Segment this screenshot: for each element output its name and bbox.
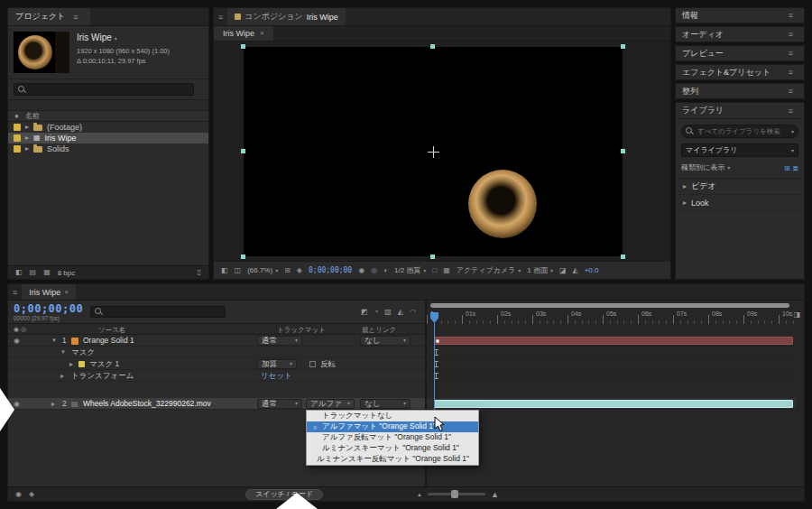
timeline-current-time[interactable]: 0;00;00;00 [14,302,83,315]
layer-row-2[interactable]: ◉ ▸ 2 ▤ Wheels AdobeStock_322990262.mov … [8,398,425,410]
menu-item-no-track-matte[interactable]: トラックマットなし [307,411,478,421]
panel-menu-icon[interactable]: ≡ [784,68,798,77]
mask-path-visibility-icon[interactable]: ◈ [297,267,302,274]
view-layout-dropdown[interactable]: 1 画面 ▾ [527,265,553,275]
tab-project[interactable]: プロジェクト ≡ [8,8,90,25]
layer2-blend-mode-dropdown[interactable]: 通常 ▾ [257,399,302,409]
transform-reset-link[interactable]: リセット [261,370,292,381]
source-name-column-header[interactable]: ソース名 [98,326,125,335]
layer-name[interactable]: Orange Solid 1 [83,335,134,346]
invert-checkbox[interactable] [309,361,316,367]
project-item-footage[interactable]: ▸ (Footage) [8,122,208,133]
panel-preview[interactable]: プレビュー ≡ [675,45,805,61]
anchor-point-icon[interactable] [428,146,439,158]
project-item-solids[interactable]: ▸ Solids [8,143,208,154]
chevron-down-icon[interactable]: ▾ [791,128,794,134]
selection-handle[interactable] [241,255,245,259]
twirl-right-icon[interactable]: ▸ [69,361,73,368]
grid-view-icon[interactable]: ⊞ [784,164,790,172]
interpret-footage-icon[interactable]: ◧ [15,269,23,276]
twirl-right-icon[interactable]: ▸ [683,183,687,190]
layer2-duration-bar[interactable] [434,400,793,408]
new-folder-icon[interactable]: ▤ [30,269,37,276]
resolution-dropdown[interactable]: 1/2 画質 ▾ [394,265,426,275]
project-search-input[interactable] [30,86,189,94]
layer2-track-matte-dropdown[interactable]: アルファ ▾ [306,399,355,409]
delete-trash-icon[interactable]: ▯ [198,269,201,276]
twirl-right-icon[interactable]: ▸ [25,145,29,153]
library-category-look[interactable]: ▸ Look [676,195,804,211]
project-search-field[interactable] [14,83,194,96]
comp-mini-flow-icon[interactable]: ◩ [361,309,368,316]
panel-menu-icon[interactable]: ≡ [784,30,798,39]
selection-handle[interactable] [241,149,245,153]
label-column-icon[interactable]: ● [14,113,19,120]
panel-effects-presets[interactable]: エフェクト&プリセット ≡ [675,64,805,80]
name-column-header[interactable]: 名前 [25,111,40,121]
selection-handle[interactable] [621,44,625,49]
comp-viewer-tab[interactable]: Iris Wipe × [214,26,273,41]
comp-viewport[interactable] [214,42,670,261]
selection-handle[interactable] [621,255,625,259]
panel-menu-icon[interactable]: ≡ [784,49,798,58]
exposure-value[interactable]: +0.0 [585,266,599,274]
mask-group-row[interactable]: ▼ マスク [8,347,425,358]
mask-mode-dropdown[interactable]: 加算 ▾ [257,359,297,369]
ruler-options-icon[interactable]: ◫ [235,267,242,274]
tab-timeline-iris-wipe[interactable]: Iris Wipe × [22,284,76,300]
label-color-chip[interactable] [14,145,21,153]
libraries-header[interactable]: ライブラリ ≡ [676,103,804,119]
twirl-right-icon[interactable]: ▸ [51,401,55,408]
twirl-down-icon[interactable]: ▼ [60,349,66,355]
shy-layers-icon[interactable]: ◔ [374,309,378,316]
menu-item-luma-matte[interactable]: ルミナンスキーマット "Orange Solid 1" [307,443,478,454]
close-icon[interactable]: × [260,30,264,37]
panel-menu-icon[interactable]: ≡ [784,87,798,96]
eye-icon[interactable]: ◉ [14,338,20,345]
mask-1-row[interactable]: ▸ マスク 1 加算 ▾ 反転 [8,358,425,370]
time-navigator-bar[interactable] [430,303,789,308]
mask-name[interactable]: マスク 1 [89,358,119,369]
menu-item-luma-inverted-matte[interactable]: ルミナンスキー反転マット "Orange Solid 1" [307,454,478,465]
list-view-icon[interactable]: ≣ [792,164,798,172]
parent-link-column-header[interactable]: 親とリンク [362,326,396,335]
library-category-video[interactable]: ▸ ビデオ [676,179,804,195]
show-channels-icon[interactable]: ◐ [383,267,388,274]
pixel-aspect-icon[interactable]: ◪ [559,267,567,274]
time-ruler[interactable]: 0s 01s 02s 03s 04s 05s 06s 07s 08s 09s 1… [427,310,797,324]
selection-handle[interactable] [241,44,245,49]
mask-color-chip[interactable] [78,361,85,367]
panel-menu-icon[interactable]: ≡ [784,106,798,116]
twirl-right-icon[interactable]: ▸ [683,199,687,207]
menu-item-alpha-matte[interactable]: ○ アルファマット "Orange Solid 1" [307,421,478,432]
zoom-in-full-icon[interactable]: ▲ [491,490,499,499]
zoom-out-frames-icon[interactable]: ▲ [417,492,422,497]
frame-blend-icon[interactable]: ▧ [384,309,392,316]
motion-blur-icon[interactable]: ◭ [398,309,403,316]
footage-thumbnail[interactable] [14,32,69,73]
twirl-right-icon[interactable]: ▸ [25,134,29,142]
library-select-dropdown[interactable]: マイライブラリ ▾ [681,143,798,157]
close-icon[interactable]: × [64,289,69,296]
graph-editor-icon[interactable]: ◠ [410,309,416,316]
panel-audio[interactable]: オーディオ ≡ [675,26,805,42]
region-of-interest-icon[interactable]: □ [432,267,437,274]
timeline-search-field[interactable] [90,306,226,318]
track-matte-column-header[interactable]: トラックマット [277,326,326,335]
layer2-parent-dropdown[interactable]: なし ▾ [360,399,411,409]
layer-row-1[interactable]: ◉ ▼ 1 Orange Solid 1 通常 ▾ なし ▾ [8,335,425,347]
layer1-parent-dropdown[interactable]: なし ▾ [360,336,411,346]
twirl-right-icon[interactable]: ▸ [25,124,29,131]
magnification-dropdown[interactable]: (66.7%) ▾ [247,266,278,274]
panel-menu-icon[interactable]: ≡ [214,8,227,25]
selected-comp-name[interactable]: Iris Wipe ▾ [77,32,170,42]
menu-item-alpha-inverted-matte[interactable]: アルファ反転マット "Orange Solid 1" [307,432,478,443]
label-color-chip[interactable] [14,134,21,142]
panel-info[interactable]: 情報 ≡ [675,7,805,23]
show-snapshot-icon[interactable]: ◎ [371,267,377,274]
snap-icon[interactable]: ◧ [221,267,228,274]
grid-guides-icon[interactable]: ⊞ [284,267,291,274]
solid-color-chip[interactable] [71,338,78,345]
comp-marker-bin-icon[interactable]: ◨ [793,311,800,319]
transform-row[interactable]: ▸ トランスフォーム リセット [8,370,425,382]
